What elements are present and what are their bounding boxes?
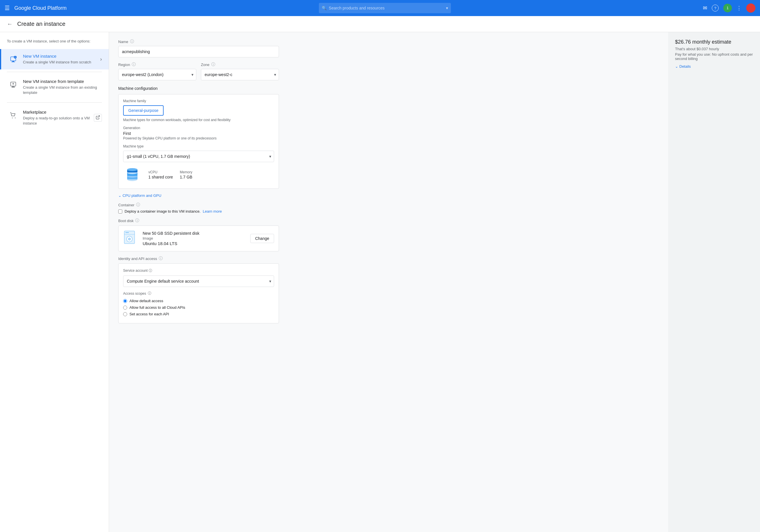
machine-type-select-wrapper: g1-small (1 vCPU, 1.7 GB memory) n1-stan… (123, 151, 274, 162)
vm-template-icon (8, 79, 18, 90)
machine-config-box: Machine family General-purpose Machine t… (118, 94, 279, 189)
back-button[interactable]: ← (7, 21, 13, 27)
region-select[interactable]: europe-west2 (London) us-central1 (Iowa)… (118, 69, 196, 80)
marketplace-subtitle: Deploy a ready-to-go solution onto a VM … (23, 116, 94, 126)
sidebar-item-vm-template[interactable]: New VM instance from template Create a s… (0, 74, 109, 100)
details-link[interactable]: ⌄ Details (675, 64, 753, 68)
cpu-platform-link[interactable]: ⌄ CPU platform and GPU (118, 194, 659, 198)
access-scopes-help-icon[interactable]: ⓘ (148, 291, 151, 296)
new-vm-icon: + (8, 54, 18, 65)
container-checkbox[interactable] (118, 209, 122, 213)
marketplace-content: Marketplace Deploy a ready-to-go solutio… (23, 110, 94, 126)
search-dropdown-icon[interactable]: ▾ (446, 6, 448, 10)
boot-disk-section: Boot disk ⓘ New 50 GB SSD persistent dis… (118, 218, 659, 251)
radio-set-access[interactable] (123, 312, 127, 316)
region-help-icon[interactable]: ⓘ (132, 62, 136, 67)
machine-type-select[interactable]: g1-small (1 vCPU, 1.7 GB memory) n1-stan… (123, 151, 274, 162)
cost-estimate: $26.76 monthly estimate (675, 39, 753, 45)
generation-value: First (123, 131, 274, 136)
memory-label: Memory (180, 170, 193, 174)
service-account-select-wrapper: Compute Engine default service account ▾ (123, 276, 274, 287)
service-account-select[interactable]: Compute Engine default service account (123, 276, 274, 287)
marketplace-external-icon (94, 114, 102, 122)
generation-desc: Powered by Skylake CPU platform or one o… (123, 136, 274, 140)
name-help-icon[interactable]: ⓘ (130, 39, 134, 44)
machine-family-desc: Machine types for common workloads, opti… (123, 118, 274, 122)
service-account-help-icon[interactable]: ⓘ (149, 269, 152, 273)
marketplace-title: Marketplace (23, 110, 94, 114)
identity-help-icon[interactable]: ⓘ (159, 256, 163, 261)
sidebar-item-new-vm[interactable]: + New VM instance Create a single VM ins… (0, 49, 109, 69)
region-select-wrapper: europe-west2 (London) us-central1 (Iowa)… (118, 69, 196, 80)
zone-select-wrapper: europe-west2-a europe-west2-b europe-wes… (201, 69, 279, 80)
radio-row-full: Allow full access to all Cloud APIs (123, 305, 274, 310)
generation-label: Generation (123, 126, 274, 130)
machine-type-label: Machine type (123, 144, 274, 148)
name-label: Name ⓘ (118, 39, 659, 44)
container-checkbox-row: Deploy a container image to this VM inst… (118, 209, 659, 213)
hamburger-menu-icon[interactable]: ☰ (5, 5, 10, 12)
search-bar[interactable]: 🔍 ▾ (319, 3, 451, 13)
new-vm-subtitle: Create a single VM instance from scratch (23, 60, 100, 65)
radio-default-access[interactable] (123, 299, 127, 303)
vcpu-value: 1 shared core (148, 175, 173, 179)
container-help-icon[interactable]: ⓘ (136, 202, 140, 207)
disk-info: New 50 GB SSD persistent disk Image Ubun… (143, 231, 246, 246)
region-zone-row: Region ⓘ europe-west2 (London) us-centra… (118, 62, 279, 80)
user-circle-icon[interactable]: 1 (723, 4, 732, 12)
radio-default-label: Allow default access (129, 299, 163, 303)
name-section: Name ⓘ (118, 39, 659, 57)
search-icon: 🔍 (322, 6, 327, 10)
page-header: ← Create an instance (0, 16, 760, 32)
more-options-icon[interactable]: ⋮ (736, 5, 742, 11)
new-vm-title: New VM instance (23, 54, 100, 59)
change-boot-disk-button[interactable]: Change (250, 234, 274, 243)
svg-point-22 (128, 238, 131, 240)
machine-config-heading: Machine configuration (118, 86, 279, 91)
new-vm-content: New VM instance Create a single VM insta… (23, 54, 100, 65)
memory-value: 1.7 GB (180, 175, 193, 179)
disk-sub: Image (143, 236, 246, 241)
boot-disk-help-icon[interactable]: ⓘ (135, 218, 139, 223)
top-nav: ☰ Google Cloud Platform 🔍 ▾ ✉ ? 1 ⋮ (0, 0, 760, 16)
radio-full-access[interactable] (123, 306, 127, 310)
help-icon[interactable]: ? (712, 5, 719, 12)
disk-image: Ubuntu 18.04 LTS (143, 241, 246, 246)
vm-template-title: New VM instance from template (23, 79, 102, 84)
region-field: Region ⓘ europe-west2 (London) us-centra… (118, 62, 196, 80)
memory-info: Memory 1.7 GB (180, 170, 193, 179)
cost-hourly: That's about $0.037 hourly (675, 47, 753, 51)
container-learn-more-link[interactable]: Learn more (203, 209, 221, 213)
access-scopes-radio-group: Allow default access Allow full access t… (123, 299, 274, 316)
radio-full-label: Allow full access to all Cloud APIs (129, 305, 185, 310)
general-purpose-tab[interactable]: General-purpose (123, 105, 164, 116)
sidebar-item-marketplace[interactable]: Marketplace Deploy a ready-to-go solutio… (0, 105, 109, 131)
user-avatar[interactable] (746, 3, 755, 13)
identity-box: Service account ⓘ Compute Engine default… (118, 263, 279, 323)
machine-family-label: Machine family (123, 99, 274, 103)
radio-row-default: Allow default access (123, 299, 274, 303)
machine-config-section: Machine configuration Machine family Gen… (118, 86, 279, 189)
vm-template-content: New VM instance from template Create a s… (23, 79, 102, 95)
cost-note: Pay for what you use: No upfront costs a… (675, 52, 753, 61)
svg-text:+: + (15, 56, 16, 58)
cpu-memory-icon (123, 165, 141, 184)
notifications-icon[interactable]: ✉ (703, 5, 707, 11)
marketplace-icon (8, 110, 18, 120)
page-title: Create an instance (17, 21, 66, 27)
identity-section: Identity and API access ⓘ Service accoun… (118, 256, 659, 323)
brand-title: Google Cloud Platform (14, 5, 67, 11)
machine-type-section: Machine type g1-small (1 vCPU, 1.7 GB me… (123, 144, 274, 184)
zone-select[interactable]: europe-west2-a europe-west2-b europe-wes… (201, 69, 279, 80)
sidebar-divider-1 (7, 72, 102, 72)
zone-help-icon[interactable]: ⓘ (211, 62, 215, 67)
svg-line-12 (98, 116, 100, 118)
radio-set-label: Set access for each API (129, 312, 169, 316)
zone-field: Zone ⓘ europe-west2-a europe-west2-b eur… (201, 62, 279, 80)
search-input[interactable] (329, 6, 444, 10)
svg-point-11 (15, 117, 16, 118)
svg-rect-24 (125, 232, 129, 233)
name-input[interactable] (118, 46, 279, 57)
svg-rect-2 (12, 62, 15, 62)
svg-rect-7 (12, 87, 15, 88)
